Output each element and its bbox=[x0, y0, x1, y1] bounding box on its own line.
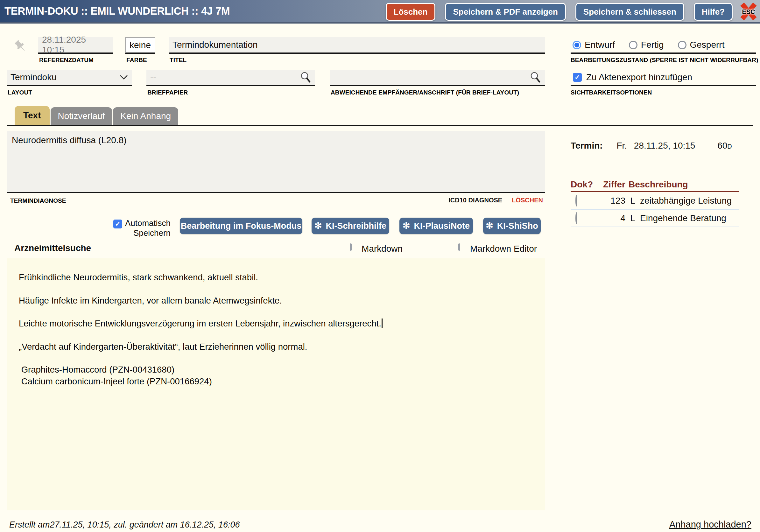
tab-notizverlauf[interactable]: Notizverlauf bbox=[51, 107, 112, 125]
col-ziffer: Ziffer bbox=[589, 179, 625, 190]
diagnose-loeschen-link[interactable]: LÖSCHEN bbox=[512, 197, 543, 204]
farbe-button[interactable]: keine bbox=[125, 37, 155, 54]
autosave-checkbox[interactable]: ✓ bbox=[113, 220, 122, 229]
termindiagnose-field[interactable]: Neurodermitis diffusa (L20.8) bbox=[7, 131, 545, 193]
leistungen-table-header: Dok? Ziffer Beschreibung bbox=[571, 178, 739, 192]
table-row: 4 L Eingehende Beratung bbox=[571, 210, 739, 227]
titel-field[interactable]: Termindokumentation bbox=[169, 37, 545, 54]
markdown-label: Markdown bbox=[361, 244, 403, 254]
kind-value: L bbox=[625, 196, 640, 206]
markdown-checkbox[interactable] bbox=[350, 244, 352, 250]
beschreibung-value: Eingehende Beratung bbox=[640, 213, 739, 223]
aktenexport-checkbox[interactable]: ✓ bbox=[573, 73, 582, 82]
save-pdf-button[interactable]: Speichern & PDF anzeigen bbox=[445, 3, 566, 21]
ziffer-value: 4 bbox=[589, 213, 625, 223]
termin-datetime: 28.11.25, 10:15 bbox=[634, 141, 695, 151]
icd10-diagnose-link[interactable]: ICD10 DIAGNOSE bbox=[449, 197, 502, 204]
esc-button[interactable]: ESC bbox=[739, 2, 758, 21]
radio-entwurf[interactable]: Entwurf bbox=[573, 40, 615, 50]
tab-underline bbox=[7, 125, 753, 126]
search-icon[interactable] bbox=[530, 71, 541, 83]
dok-circle[interactable] bbox=[575, 212, 577, 224]
aktenexport-label: Zu Aktenexport hinzufügen bbox=[586, 72, 692, 82]
help-button[interactable]: Hilfe? bbox=[694, 3, 733, 21]
tab-text[interactable]: Text bbox=[15, 106, 50, 125]
ki-sparkle-icon: ✻ bbox=[314, 221, 322, 230]
termin-duration-unit: D bbox=[727, 143, 732, 150]
ki-sparkle-icon: ✻ bbox=[486, 221, 493, 230]
abweichende-empfaenger-field[interactable] bbox=[330, 70, 545, 86]
delete-button[interactable]: Löschen bbox=[386, 3, 436, 21]
ki-schreibhilfe-label: KI-Schreibhilfe bbox=[326, 221, 386, 231]
bearbeitungszustand-radio-group: Entwurf Fertig Gesperrt bbox=[571, 37, 756, 54]
note-text-after-cursor: „Verdacht auf Kindergarten-Überaktivität… bbox=[19, 342, 307, 386]
ki-shisho-button[interactable]: ✻ KI-ShiSho bbox=[483, 218, 541, 234]
radio-selected-icon bbox=[573, 41, 581, 49]
radio-fertig-label: Fertig bbox=[641, 40, 664, 50]
briefpapier-label: BRIEFPAPIER bbox=[147, 89, 188, 96]
save-close-button[interactable]: Speichern & schliessen bbox=[575, 3, 684, 21]
col-beschreibung: Beschreibung bbox=[625, 179, 739, 190]
beschreibung-value: zeitabhängige Leistung bbox=[640, 196, 739, 206]
termin-label: Termin: bbox=[571, 141, 603, 151]
page-title: TERMIN-DOKU :: EMIL WUNDERLICH :: 4J 7M bbox=[4, 0, 230, 22]
referenzdatum-label: REFERENZDATUM bbox=[39, 57, 94, 64]
ziffer-value: 123 bbox=[589, 196, 625, 206]
briefpapier-value: -- bbox=[150, 72, 156, 82]
kind-value: L bbox=[625, 213, 640, 223]
upload-attachment-link[interactable]: Anhang hochladen? bbox=[669, 519, 751, 530]
ki-schreibhilfe-button[interactable]: ✻ KI-Schreibhilfe bbox=[311, 218, 389, 234]
autosave-label: Automatisch Speichern bbox=[123, 218, 170, 238]
layout-selected-value: Termindoku bbox=[11, 72, 57, 82]
ki-plausinote-label: KI-PlausiNote bbox=[414, 221, 470, 231]
radio-fertig[interactable]: Fertig bbox=[629, 40, 664, 50]
ki-shisho-label: KI-ShiSho bbox=[497, 221, 538, 231]
radio-unselected-icon bbox=[678, 41, 687, 49]
termin-info-row: Termin: Fr. 28.11.25, 10:15 60D bbox=[571, 141, 756, 151]
radio-gesperrt-label: Gesperrt bbox=[690, 40, 725, 50]
header-button-group: Löschen Speichern & PDF anzeigen Speiche… bbox=[386, 3, 733, 21]
farbe-label: FARBE bbox=[126, 57, 147, 64]
layout-label: LAYOUT bbox=[8, 89, 32, 96]
radio-gesperrt[interactable]: Gesperrt bbox=[678, 40, 725, 50]
note-text-before-cursor: Frühkindliche Neurodermitis, stark schwa… bbox=[19, 272, 381, 328]
arzneimittelsuche-link[interactable]: Arzneimittelsuche bbox=[14, 243, 91, 253]
abweichende-empfaenger-label: ABWEICHENDE EMPFÄNGER/ANSCHRIFT (FÜR BRI… bbox=[331, 89, 519, 96]
referenzdatum-field[interactable]: 28.11.2025 10:15 bbox=[38, 37, 113, 54]
esc-label: ESC bbox=[739, 8, 758, 16]
titel-label: TITEL bbox=[169, 57, 186, 64]
ki-plausinote-button[interactable]: ✻ KI-PlausiNote bbox=[400, 218, 473, 234]
table-row: 123 L zeitabhängige Leistung bbox=[571, 192, 739, 210]
tab-bar: Text Notizverlauf Kein Anhang bbox=[15, 106, 178, 125]
ki-sparkle-icon: ✻ bbox=[403, 221, 410, 230]
markdown-editor-label: Markdown Editor bbox=[470, 244, 537, 254]
bearbeitungszustand-label: BEARBEITUNGSZUSTAND (SPERRE IST NICHT WI… bbox=[571, 57, 758, 64]
dok-circle[interactable] bbox=[575, 195, 577, 206]
search-icon[interactable] bbox=[300, 71, 311, 83]
termindiagnose-value: Neurodermitis diffusa (L20.8) bbox=[12, 135, 127, 145]
aktenexport-row: ✓ Zu Aktenexport hinzufügen bbox=[571, 70, 756, 86]
text-cursor bbox=[382, 319, 383, 328]
tab-kein-anhang[interactable]: Kein Anhang bbox=[113, 107, 178, 125]
note-editor[interactable]: Frühkindliche Neurodermitis, stark schwa… bbox=[7, 258, 545, 510]
layout-select[interactable]: Termindoku bbox=[7, 70, 132, 86]
diagnose-links: ICD10 DIAGNOSE LÖSCHEN bbox=[7, 197, 543, 204]
fokus-modus-button[interactable]: Bearbeitung im Fokus-Modus bbox=[180, 218, 302, 234]
radio-entwurf-label: Entwurf bbox=[585, 40, 615, 50]
termin-day: Fr. bbox=[616, 141, 627, 151]
termin-doku-window: TERMIN-DOKU :: EMIL WUNDERLICH :: 4J 7M … bbox=[0, 0, 760, 532]
markdown-editor-checkbox[interactable] bbox=[458, 244, 460, 250]
radio-unselected-icon bbox=[629, 41, 638, 49]
termin-duration: 60 bbox=[717, 141, 727, 151]
briefpapier-field[interactable]: -- bbox=[146, 70, 315, 86]
col-dok: Dok? bbox=[571, 179, 589, 190]
pin-icon[interactable] bbox=[13, 39, 28, 56]
created-modified-info: Erstellt am27.11.25, 10:15, zul. geänder… bbox=[9, 520, 240, 530]
sichtbarkeitsoptionen-label: SICHTBARKEITSOPTIONEN bbox=[571, 89, 652, 96]
chevron-down-icon bbox=[120, 75, 128, 80]
leistungen-table: Dok? Ziffer Beschreibung 123 L zeitabhän… bbox=[571, 178, 739, 227]
